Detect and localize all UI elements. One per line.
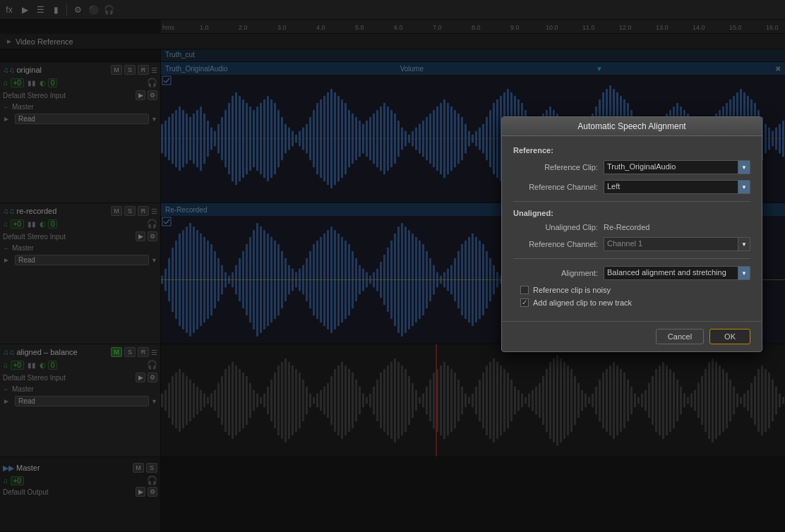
cancel-button[interactable]: Cancel (656, 329, 704, 344)
unaligned-channel-dropdown-arrow[interactable]: ▼ (738, 237, 750, 251)
reference-channel-label: Reference Channel: (513, 183, 598, 191)
unaligned-section-label: Unaligned: (513, 209, 750, 217)
alignment-select-wrapper: Balanced alignment and stretching ▼ (604, 266, 750, 280)
alignment-dropdown-arrow[interactable]: ▼ (738, 266, 750, 280)
reference-section-label: Reference: (513, 146, 750, 155)
dialog-footer: Cancel OK (502, 321, 762, 351)
reference-channel-value[interactable]: Left (604, 180, 750, 194)
unaligned-clip-label: Unaligned Clip: (513, 223, 598, 231)
reference-channel-dropdown-arrow[interactable]: ▼ (738, 180, 750, 194)
automatic-speech-alignment-dialog: Automatic Speech Alignment Reference: Re… (501, 116, 762, 352)
reference-clip-value[interactable]: Truth_OriginalAudio (604, 160, 750, 174)
alignment-value[interactable]: Balanced alignment and stretching (604, 266, 750, 280)
reference-channel-row: Reference Channel: Left ▼ (513, 180, 750, 194)
unaligned-channel-value[interactable]: Channel 1 (604, 237, 750, 251)
checkbox-noisy-row: Reference clip is noisy (513, 286, 750, 294)
ok-button[interactable]: OK (709, 329, 750, 344)
unaligned-channel-label: Reference Channel: (513, 240, 598, 248)
dialog-divider2 (513, 258, 750, 259)
checkbox-add[interactable]: ✓ (520, 298, 529, 307)
alignment-row: Alignment: Balanced alignment and stretc… (513, 266, 750, 280)
reference-clip-label: Reference Clip: (513, 163, 598, 171)
reference-channel-select-wrapper: Left ▼ (604, 180, 750, 194)
checkbox-noisy-label: Reference clip is noisy (533, 286, 611, 294)
dialog-title: Automatic Speech Alignment (502, 117, 762, 136)
checkbox-add-row: ✓ Add aligned clip to new track (513, 298, 750, 307)
reference-clip-row: Reference Clip: Truth_OriginalAudio ▼ (513, 160, 750, 174)
unaligned-channel-row: Reference Channel: Channel 1 ▼ (513, 237, 750, 251)
checkbox-add-label: Add aligned clip to new track (533, 298, 632, 307)
dialog-body: Reference: Reference Clip: Truth_Origina… (502, 136, 762, 321)
reference-clip-select-wrapper: Truth_OriginalAudio ▼ (604, 160, 750, 174)
unaligned-clip-row: Unaligned Clip: Re-Recorded (513, 223, 750, 231)
reference-clip-dropdown-arrow[interactable]: ▼ (738, 160, 750, 174)
dialog-divider1 (513, 201, 750, 202)
alignment-label: Alignment: (513, 269, 598, 277)
unaligned-channel-select-wrapper: Channel 1 ▼ (604, 237, 750, 251)
checkbox-noisy[interactable] (520, 286, 529, 294)
unaligned-clip-value: Re-Recorded (604, 223, 649, 231)
